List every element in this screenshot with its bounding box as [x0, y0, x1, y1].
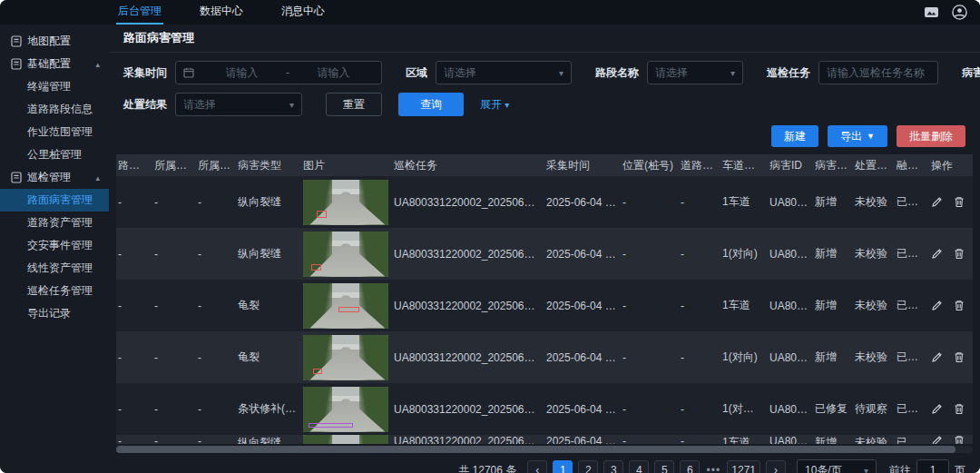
region-select[interactable]: 请选择 ▾	[436, 61, 572, 84]
road-photo[interactable]	[303, 335, 388, 380]
cell-photo	[301, 180, 392, 225]
date-end-placeholder[interactable]: 请输入	[293, 65, 374, 81]
sidebar-item-group[interactable]: 基础配置▴	[0, 53, 109, 75]
trees-right	[359, 435, 388, 444]
sidebar-item-group[interactable]: 地图配置	[0, 30, 109, 53]
table-row[interactable]: ---龟裂UA800331220002_20250604133852059202…	[116, 280, 973, 331]
cell-lane: 1车道	[720, 298, 768, 313]
delete-icon[interactable]	[954, 351, 965, 363]
table-row[interactable]: ---条状修补(沥青)UA800331220002_20250604133852…	[116, 383, 973, 435]
delete-icon[interactable]	[954, 196, 965, 208]
road-photo[interactable]	[303, 435, 388, 444]
cell-time: 2025-06-04 13:50	[544, 435, 621, 444]
menu-doc-icon	[11, 35, 27, 47]
last-page-button[interactable]: 1271	[727, 460, 760, 473]
cell-fusion: 已融合	[895, 435, 929, 444]
column-header: 融合状	[895, 158, 929, 173]
cell-road: -	[116, 300, 152, 312]
export-button[interactable]: 导出 ▼	[828, 125, 887, 147]
filter-task: 巡检任务 请输入巡检任务名称	[767, 61, 938, 84]
edit-icon[interactable]	[931, 248, 943, 260]
caret-down-icon: ▼	[867, 132, 875, 141]
page-button[interactable]: 3	[603, 460, 623, 473]
page-button[interactable]: 4	[629, 460, 649, 473]
detection-box	[313, 369, 321, 374]
cell-dir: -	[679, 435, 720, 444]
cell-time: 2025-06-04 13:50	[544, 196, 621, 209]
reset-button[interactable]: 重置	[326, 93, 382, 116]
cell-photo	[301, 387, 392, 432]
sidebar-item-sub[interactable]: 线性资产管理	[0, 257, 109, 280]
delete-icon[interactable]	[954, 248, 965, 260]
sidebar-item-sub[interactable]: 交安事件管理	[0, 234, 109, 257]
horizontal-scrollbar[interactable]	[116, 446, 973, 453]
result-select[interactable]: 请选择 ▾	[175, 93, 302, 116]
pagination-total: 共 12706 条	[458, 463, 516, 473]
table-row[interactable]: ---纵向裂缝UA800331220002_202506041338520592…	[116, 435, 973, 444]
page-button[interactable]: 1	[553, 460, 573, 473]
next-page-button[interactable]: ›	[766, 460, 786, 473]
sidebar-item-label: 路面病害管理	[27, 192, 93, 208]
top-tab[interactable]: 后台管理	[116, 0, 163, 25]
top-tab[interactable]: 消息中心	[279, 0, 327, 25]
sidebar-item-label: 导出记录	[27, 306, 71, 321]
road-name-select[interactable]: 请选择 ▾	[647, 61, 743, 84]
region-placeholder: 请选择	[444, 65, 476, 81]
goto-page-input[interactable]: 1	[916, 459, 949, 473]
edit-icon[interactable]	[931, 403, 943, 415]
edit-icon[interactable]	[931, 351, 943, 363]
page-button[interactable]: 2	[578, 460, 598, 473]
page-button[interactable]: 6	[680, 460, 700, 473]
road-photo[interactable]	[303, 283, 388, 329]
delete-icon[interactable]	[954, 435, 965, 444]
filter-row-2: 处置结果 请选择 ▾ 重置 查询 展开 ▾	[123, 93, 965, 116]
sidebar-item-group[interactable]: 巡检管理▴	[0, 166, 109, 189]
edit-icon[interactable]	[931, 196, 943, 208]
expand-link[interactable]: 展开 ▾	[480, 97, 509, 113]
sidebar-item-sub[interactable]: 公里桩管理	[0, 143, 109, 166]
scrollbar-thumb[interactable]	[116, 446, 956, 453]
road-photo[interactable]	[303, 180, 388, 225]
table-row[interactable]: ---龟裂UA800331220002_20250604133852059202…	[116, 331, 973, 383]
sidebar-item-sub[interactable]: 导出记录	[0, 302, 109, 325]
query-button[interactable]: 查询	[398, 93, 464, 116]
edit-icon[interactable]	[931, 300, 943, 311]
date-range-input[interactable]: 请输入 - 请输入	[175, 61, 382, 84]
page-button[interactable]: 5	[654, 460, 674, 473]
sidebar-item-sub[interactable]: 终端管理	[0, 75, 109, 98]
road-photo[interactable]	[303, 232, 388, 277]
cell-road: -	[116, 435, 152, 444]
batch-delete-button[interactable]: 批量删除	[897, 125, 965, 147]
filter-row-1: 采集时间 请输入 - 请输入 区域 请选择 ▾	[123, 61, 965, 84]
cell-status: 新增	[813, 435, 853, 444]
sidebar-item-label: 基础配置	[27, 56, 71, 72]
table-row[interactable]: ---纵向裂缝UA800331220002_202506041338520592…	[116, 176, 973, 228]
date-start-placeholder[interactable]: 请输入	[201, 65, 282, 81]
cell-task: UA800331220002_20250604133852059	[392, 196, 544, 209]
table-row[interactable]: ---纵向裂缝UA800331220002_202506041338520592…	[116, 228, 973, 280]
sidebar-item-sub[interactable]: 道路资产管理	[0, 212, 109, 234]
user-avatar-icon[interactable]	[952, 5, 967, 20]
column-header: 图片	[301, 158, 392, 173]
detection-box	[317, 211, 327, 218]
sidebar-item-label: 道路资产管理	[27, 215, 93, 231]
edit-icon[interactable]	[931, 435, 943, 444]
more-pages-button[interactable]: •••	[705, 464, 721, 473]
menu-doc-icon	[11, 58, 27, 70]
page-size-select[interactable]: 10条/页 ▾	[797, 459, 877, 473]
sidebar-item-sub[interactable]: 道路路段信息	[0, 98, 109, 121]
task-input[interactable]: 请输入巡检任务名称	[818, 61, 938, 84]
new-button[interactable]: 新建	[771, 125, 818, 147]
top-tab[interactable]: 数据中心	[198, 0, 245, 25]
cell-lane: 1(对向),...	[720, 401, 768, 417]
delete-icon[interactable]	[954, 403, 965, 415]
road-photo[interactable]	[303, 387, 388, 432]
sidebar-item-sub[interactable]: 巡检任务管理	[0, 280, 109, 302]
cell-photo	[301, 435, 392, 444]
detection-box	[311, 264, 320, 271]
sidebar-item-sub[interactable]: 路面病害管理	[0, 189, 109, 212]
screen-icon[interactable]	[924, 5, 939, 20]
delete-icon[interactable]	[954, 300, 965, 311]
sidebar-item-sub[interactable]: 作业范围管理	[0, 121, 109, 143]
prev-page-button[interactable]: ‹	[527, 460, 547, 473]
